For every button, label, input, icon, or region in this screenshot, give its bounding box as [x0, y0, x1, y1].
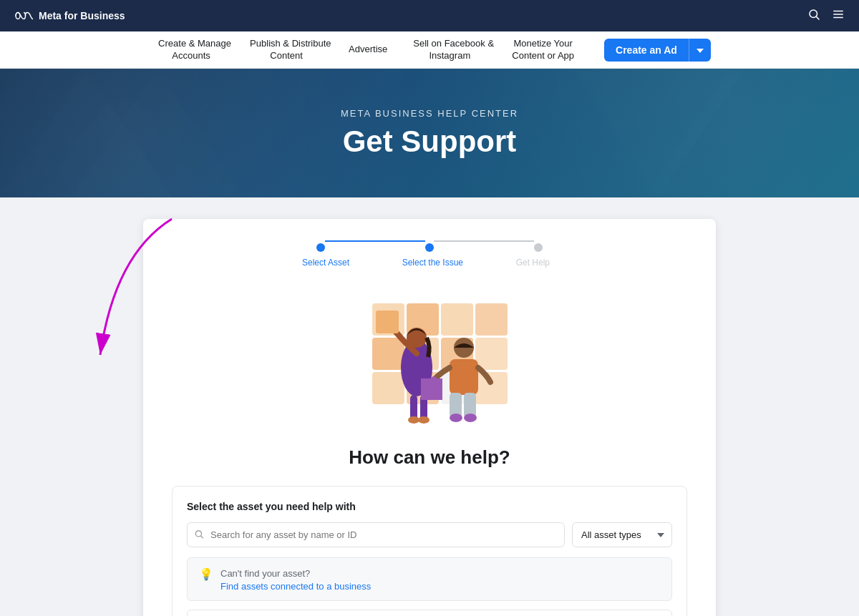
asset-section-title: Select the asset you need help with [187, 501, 672, 512]
progress-steps: Select Asset Select the Issue Get Help [172, 240, 687, 268]
puzzle-illustration [336, 289, 523, 432]
step-3-label: Get Help [516, 258, 550, 268]
svg-line-2 [816, 16, 819, 19]
svg-point-36 [418, 416, 430, 424]
svg-rect-21 [475, 303, 508, 336]
top-bar-actions [807, 8, 845, 24]
svg-rect-22 [372, 338, 404, 370]
search-wrapper [187, 522, 565, 547]
svg-line-13 [172, 69, 258, 133]
nav-publish[interactable]: Publish & DistributeContent [240, 34, 333, 67]
create-ad-button[interactable]: Create an Ad [604, 39, 689, 62]
hero-title: Get Support [343, 124, 517, 159]
svg-point-35 [408, 416, 419, 424]
step-1-label: Select Asset [302, 258, 349, 268]
step-2-dot [425, 243, 434, 252]
menu-icon[interactable] [832, 8, 845, 24]
nav-sell[interactable]: Sell on Facebook &Instagram [403, 34, 496, 67]
asset-item-1[interactable]: Louise Myers Page · 193050944097215 [187, 610, 672, 616]
support-card: Select Asset Select the Issue Get Help [143, 219, 716, 616]
search-icon [194, 529, 204, 541]
svg-line-44 [201, 536, 203, 538]
cant-find-content: Can't find your asset? Find assets conne… [220, 567, 371, 592]
steps-row: Select Asset Select the Issue Get Help [316, 240, 543, 268]
step-1-line [325, 240, 425, 242]
hero-banner: Meta Business Help Center Get Support [0, 69, 859, 197]
step-3-dot [534, 243, 543, 252]
lightbulb-icon: 💡 [199, 567, 213, 581]
top-bar: Meta for Business [0, 0, 859, 31]
svg-point-43 [195, 530, 201, 536]
illustration [172, 289, 687, 432]
nav-create-manage[interactable]: Create & ManageAccounts [148, 34, 234, 67]
main-content: Select Asset Select the Issue Get Help [0, 197, 859, 616]
cant-find-box: 💡 Can't find your asset? Find assets con… [187, 557, 672, 601]
logo-text: Meta for Business [39, 10, 125, 21]
svg-point-0 [16, 13, 20, 19]
nav-monetize[interactable]: Monetize YourContent or App [502, 34, 584, 67]
nav-bar: Create & ManageAccounts Publish & Distri… [0, 31, 859, 69]
svg-rect-32 [376, 311, 399, 333]
create-ad-wrapper: Create an Ad [604, 39, 711, 62]
step-2-label: Select the Issue [402, 258, 463, 268]
svg-line-14 [258, 69, 344, 133]
nav-advertise[interactable]: Advertise [339, 39, 397, 60]
step-1-dot [316, 243, 325, 252]
asset-type-select[interactable]: All asset types [572, 522, 672, 547]
meta-logo: Meta for Business [14, 10, 125, 21]
cant-find-text: Can't find your asset? [220, 568, 310, 579]
search-icon[interactable] [807, 8, 820, 24]
svg-rect-26 [372, 372, 404, 404]
asset-search-input[interactable] [187, 522, 565, 547]
meta-logo-icon [14, 10, 34, 21]
find-assets-link[interactable]: Find assets connected to a business [220, 581, 371, 592]
svg-rect-37 [450, 359, 478, 395]
svg-rect-29 [475, 372, 508, 404]
svg-rect-20 [441, 303, 473, 336]
svg-point-1 [810, 10, 817, 18]
svg-point-41 [450, 414, 462, 422]
step-2-line [434, 240, 534, 242]
create-ad-dropdown-button[interactable] [689, 39, 711, 62]
svg-rect-25 [475, 338, 508, 370]
help-title: How can we help? [172, 446, 687, 469]
svg-rect-33 [410, 395, 417, 420]
hero-subtitle: Meta Business Help Center [341, 108, 518, 119]
svg-point-42 [464, 414, 477, 422]
asset-section: Select the asset you need help with All … [172, 486, 687, 616]
search-row: All asset types [187, 522, 672, 547]
